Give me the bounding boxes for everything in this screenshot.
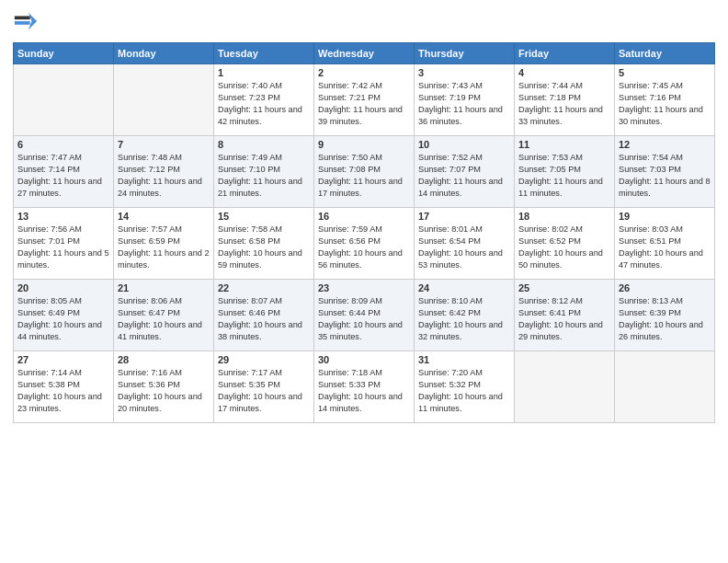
header — [13, 9, 715, 35]
calendar-table: SundayMondayTuesdayWednesdayThursdayFrid… — [13, 42, 715, 423]
day-info: Sunrise: 8:05 AMSunset: 6:49 PMDaylight:… — [17, 295, 109, 343]
day-number: 20 — [17, 282, 109, 293]
day-info: Sunrise: 8:03 AMSunset: 6:51 PMDaylight:… — [619, 224, 711, 271]
day-number: 9 — [318, 139, 410, 150]
calendar-cell: 10Sunrise: 7:52 AMSunset: 7:07 PMDayligh… — [415, 136, 515, 208]
calendar-cell: 27Sunrise: 7:14 AMSunset: 5:38 PMDayligh… — [14, 351, 114, 423]
day-number: 27 — [17, 354, 109, 365]
calendar-cell: 24Sunrise: 8:10 AMSunset: 6:42 PMDayligh… — [415, 280, 515, 351]
calendar-cell: 12Sunrise: 7:54 AMSunset: 7:03 PMDayligh… — [615, 136, 715, 208]
calendar-cell: 14Sunrise: 7:57 AMSunset: 6:59 PMDayligh… — [114, 208, 214, 280]
calendar-cell: 28Sunrise: 7:16 AMSunset: 5:36 PMDayligh… — [114, 351, 214, 423]
logo-icon — [13, 9, 39, 35]
svg-rect-3 — [15, 21, 30, 25]
calendar-cell: 22Sunrise: 8:07 AMSunset: 6:46 PMDayligh… — [214, 280, 314, 351]
day-info: Sunrise: 7:43 AMSunset: 7:19 PMDaylight:… — [418, 80, 510, 128]
day-number: 4 — [518, 67, 610, 78]
calendar-cell: 6Sunrise: 7:47 AMSunset: 7:14 PMDaylight… — [14, 136, 114, 208]
calendar-week-row: 13Sunrise: 7:56 AMSunset: 7:01 PMDayligh… — [14, 208, 715, 280]
weekday-header: Thursday — [415, 43, 515, 64]
day-info: Sunrise: 8:12 AMSunset: 6:41 PMDaylight:… — [518, 295, 610, 343]
day-info: Sunrise: 7:49 AMSunset: 7:10 PMDaylight:… — [218, 152, 310, 200]
day-number: 5 — [619, 67, 711, 78]
calendar-header-row: SundayMondayTuesdayWednesdayThursdayFrid… — [14, 43, 715, 64]
calendar-cell: 25Sunrise: 8:12 AMSunset: 6:41 PMDayligh… — [515, 280, 615, 351]
calendar-cell: 15Sunrise: 7:58 AMSunset: 6:58 PMDayligh… — [214, 208, 314, 280]
weekday-header: Wednesday — [314, 43, 415, 64]
calendar-cell: 11Sunrise: 7:53 AMSunset: 7:05 PMDayligh… — [515, 136, 615, 208]
day-info: Sunrise: 8:02 AMSunset: 6:52 PMDaylight:… — [518, 224, 610, 271]
calendar-cell: 3Sunrise: 7:43 AMSunset: 7:19 PMDaylight… — [415, 64, 515, 136]
calendar-cell: 1Sunrise: 7:40 AMSunset: 7:23 PMDaylight… — [214, 64, 314, 136]
weekday-header: Friday — [515, 43, 615, 64]
calendar-cell: 29Sunrise: 7:17 AMSunset: 5:35 PMDayligh… — [214, 351, 314, 423]
day-info: Sunrise: 8:01 AMSunset: 6:54 PMDaylight:… — [418, 224, 510, 271]
day-info: Sunrise: 7:44 AMSunset: 7:18 PMDaylight:… — [518, 80, 610, 128]
day-number: 1 — [218, 67, 310, 78]
calendar-cell — [114, 64, 214, 136]
day-number: 22 — [218, 282, 310, 293]
day-number: 19 — [619, 211, 711, 222]
day-info: Sunrise: 7:53 AMSunset: 7:05 PMDaylight:… — [518, 152, 610, 200]
day-info: Sunrise: 7:58 AMSunset: 6:58 PMDaylight:… — [218, 224, 310, 271]
day-info: Sunrise: 7:17 AMSunset: 5:35 PMDaylight:… — [218, 367, 310, 415]
calendar-cell — [615, 351, 715, 423]
weekday-header: Tuesday — [214, 43, 314, 64]
day-info: Sunrise: 7:42 AMSunset: 7:21 PMDaylight:… — [318, 80, 410, 128]
calendar-week-row: 1Sunrise: 7:40 AMSunset: 7:23 PMDaylight… — [14, 64, 715, 136]
day-number: 31 — [418, 354, 510, 365]
calendar-cell: 4Sunrise: 7:44 AMSunset: 7:18 PMDaylight… — [515, 64, 615, 136]
day-info: Sunrise: 7:54 AMSunset: 7:03 PMDaylight:… — [619, 152, 711, 200]
calendar-cell: 20Sunrise: 8:05 AMSunset: 6:49 PMDayligh… — [14, 280, 114, 351]
calendar-cell — [515, 351, 615, 423]
calendar-week-row: 20Sunrise: 8:05 AMSunset: 6:49 PMDayligh… — [14, 280, 715, 351]
logo — [13, 9, 42, 35]
day-info: Sunrise: 7:16 AMSunset: 5:36 PMDaylight:… — [118, 367, 210, 415]
calendar-cell: 16Sunrise: 7:59 AMSunset: 6:56 PMDayligh… — [314, 208, 415, 280]
day-number: 12 — [619, 139, 711, 150]
day-info: Sunrise: 8:09 AMSunset: 6:44 PMDaylight:… — [318, 295, 410, 343]
day-number: 11 — [518, 139, 610, 150]
day-number: 28 — [118, 354, 210, 365]
day-info: Sunrise: 7:56 AMSunset: 7:01 PMDaylight:… — [17, 224, 109, 271]
day-number: 18 — [518, 211, 610, 222]
day-info: Sunrise: 7:47 AMSunset: 7:14 PMDaylight:… — [17, 152, 109, 200]
day-number: 2 — [318, 67, 410, 78]
weekday-header: Sunday — [14, 43, 114, 64]
day-info: Sunrise: 8:10 AMSunset: 6:42 PMDaylight:… — [418, 295, 510, 343]
day-number: 24 — [418, 282, 510, 293]
day-info: Sunrise: 7:48 AMSunset: 7:12 PMDaylight:… — [118, 152, 210, 200]
day-number: 29 — [218, 354, 310, 365]
day-number: 10 — [418, 139, 510, 150]
day-info: Sunrise: 7:50 AMSunset: 7:08 PMDaylight:… — [318, 152, 410, 200]
calendar-cell: 7Sunrise: 7:48 AMSunset: 7:12 PMDaylight… — [114, 136, 214, 208]
calendar-cell: 26Sunrise: 8:13 AMSunset: 6:39 PMDayligh… — [615, 280, 715, 351]
day-number: 13 — [17, 211, 109, 222]
day-info: Sunrise: 7:40 AMSunset: 7:23 PMDaylight:… — [218, 80, 310, 128]
day-number: 23 — [318, 282, 410, 293]
day-number: 26 — [619, 282, 711, 293]
day-number: 7 — [118, 139, 210, 150]
day-number: 14 — [118, 211, 210, 222]
calendar-week-row: 6Sunrise: 7:47 AMSunset: 7:14 PMDaylight… — [14, 136, 715, 208]
day-number: 30 — [318, 354, 410, 365]
day-info: Sunrise: 8:06 AMSunset: 6:47 PMDaylight:… — [118, 295, 210, 343]
calendar-cell: 18Sunrise: 8:02 AMSunset: 6:52 PMDayligh… — [515, 208, 615, 280]
calendar-cell — [14, 64, 114, 136]
day-number: 25 — [518, 282, 610, 293]
day-info: Sunrise: 7:14 AMSunset: 5:38 PMDaylight:… — [17, 367, 109, 415]
calendar-cell: 9Sunrise: 7:50 AMSunset: 7:08 PMDaylight… — [314, 136, 415, 208]
weekday-header: Saturday — [615, 43, 715, 64]
day-info: Sunrise: 7:45 AMSunset: 7:16 PMDaylight:… — [619, 80, 711, 128]
calendar-cell: 13Sunrise: 7:56 AMSunset: 7:01 PMDayligh… — [14, 208, 114, 280]
calendar-cell: 30Sunrise: 7:18 AMSunset: 5:33 PMDayligh… — [314, 351, 415, 423]
day-info: Sunrise: 7:52 AMSunset: 7:07 PMDaylight:… — [418, 152, 510, 200]
day-number: 16 — [318, 211, 410, 222]
day-info: Sunrise: 7:18 AMSunset: 5:33 PMDaylight:… — [318, 367, 410, 415]
day-info: Sunrise: 8:13 AMSunset: 6:39 PMDaylight:… — [619, 295, 711, 343]
svg-rect-2 — [15, 16, 30, 19]
calendar-week-row: 27Sunrise: 7:14 AMSunset: 5:38 PMDayligh… — [14, 351, 715, 423]
day-number: 6 — [17, 139, 109, 150]
calendar-cell: 2Sunrise: 7:42 AMSunset: 7:21 PMDaylight… — [314, 64, 415, 136]
day-number: 17 — [418, 211, 510, 222]
